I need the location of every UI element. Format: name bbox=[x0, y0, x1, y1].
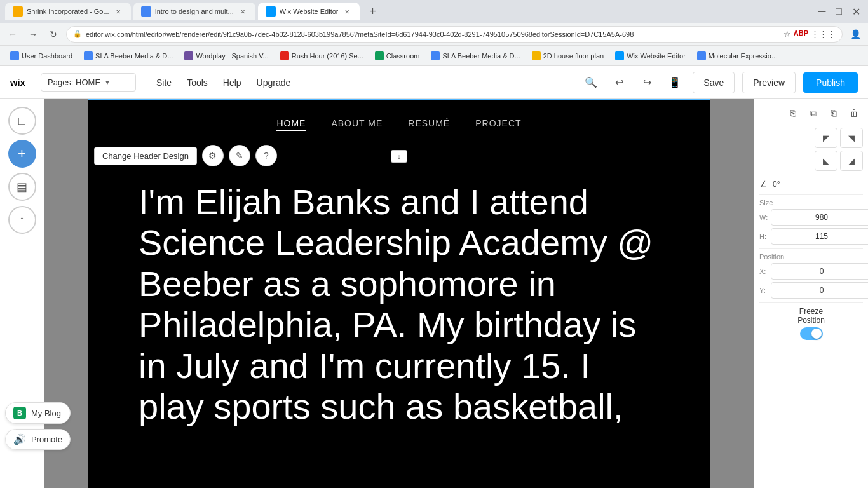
site-nav-menu: HOME ABOUT ME Resumé PROJECT bbox=[88, 99, 710, 144]
y-row: Y: bbox=[759, 282, 863, 299]
bookmark-2d-house[interactable]: 2D house floor plan bbox=[527, 48, 609, 64]
hero-text[interactable]: I'm Elijah Banks and I attend Science Le… bbox=[88, 144, 710, 452]
panel-align-bl[interactable]: ◣ bbox=[815, 151, 837, 171]
forward-button[interactable]: → bbox=[25, 27, 41, 42]
media-button[interactable]: ▤ bbox=[8, 173, 36, 201]
change-header-design-button[interactable]: Change Header Design bbox=[94, 147, 197, 165]
panel-duplicate-button[interactable]: ⧉ bbox=[804, 104, 822, 122]
nav-resume[interactable]: Resumé bbox=[408, 118, 450, 131]
x-input[interactable] bbox=[771, 263, 868, 280]
publish-button[interactable]: Publish bbox=[803, 72, 858, 93]
toggle-knob bbox=[811, 329, 822, 339]
bookmark-classroom[interactable]: Classroom bbox=[370, 48, 425, 64]
profile-icon[interactable]: 👤 bbox=[848, 27, 863, 42]
bookmark-label: Molecular Expressio... bbox=[709, 52, 777, 60]
promote-button[interactable]: 🔊 Promote bbox=[5, 429, 71, 450]
nav-project[interactable]: PROJECT bbox=[475, 118, 521, 131]
nav-about[interactable]: ABOUT ME bbox=[331, 118, 383, 131]
bookmark-favicon bbox=[431, 51, 440, 60]
wix-toolbar: wix Pages: HOME ▼ Site Tools Help Upgrad… bbox=[0, 66, 868, 99]
bookmark-label: Classroom bbox=[386, 52, 420, 60]
panel-align-tr[interactable]: ◥ bbox=[840, 128, 863, 148]
height-input[interactable] bbox=[771, 228, 868, 245]
angle-icon: ∠ bbox=[759, 179, 768, 189]
save-button[interactable]: Save bbox=[693, 72, 735, 93]
my-blog-icon: B bbox=[13, 407, 26, 419]
minimize-button[interactable]: ─ bbox=[816, 6, 828, 17]
bookmark-favicon bbox=[375, 51, 384, 60]
panel-row-2: ◣ ◢ bbox=[759, 151, 863, 171]
url-bar-icons: ☆ ABP ⋮⋮⋮ bbox=[783, 29, 836, 39]
freeze-toggle[interactable] bbox=[800, 327, 823, 340]
bookmark-user-dashboard[interactable]: User Dashboard bbox=[5, 48, 78, 64]
tab-close-wix[interactable]: ✕ bbox=[342, 6, 352, 17]
close-button[interactable]: ✕ bbox=[850, 6, 863, 18]
header-settings-button[interactable]: ⚙ bbox=[202, 145, 224, 166]
header-help-button[interactable]: ? bbox=[255, 145, 277, 166]
bookmark-wordplay[interactable]: Wordplay - Spanish V... bbox=[179, 48, 273, 64]
header-edit-button[interactable]: ✎ bbox=[229, 145, 250, 166]
wix-logo: wix bbox=[10, 76, 36, 89]
panel-align-br[interactable]: ◢ bbox=[840, 151, 863, 171]
y-field: Y: bbox=[759, 282, 868, 299]
help-icon: ? bbox=[264, 151, 269, 161]
square-tool-button[interactable]: □ bbox=[8, 107, 36, 135]
add-element-button[interactable]: + bbox=[8, 140, 36, 168]
resize-handle[interactable]: ↓ bbox=[391, 150, 407, 163]
refresh-button[interactable]: ↻ bbox=[46, 27, 61, 42]
extensions-icon[interactable]: ⋮⋮⋮ bbox=[811, 29, 836, 39]
my-blog-label: My Blog bbox=[31, 409, 61, 418]
nav-upgrade[interactable]: Upgrade bbox=[257, 78, 291, 88]
bookmark-sla-2[interactable]: SLA Beeber Media & D... bbox=[426, 48, 525, 64]
window-controls: ─ □ ✕ bbox=[816, 6, 863, 18]
tab-wix[interactable]: Wix Website Editor ✕ bbox=[258, 3, 360, 20]
freeze-label-2: Position bbox=[759, 316, 863, 325]
bookmark-favicon bbox=[697, 51, 706, 60]
tab-shrink[interactable]: Shrink Incorporated - Go... ✕ bbox=[5, 3, 131, 20]
url-bar[interactable]: 🔒 editor.wix.com/html/editor/web/rendere… bbox=[66, 26, 843, 43]
bookmark-molecular[interactable]: Molecular Expressio... bbox=[692, 48, 782, 64]
tab-close-intro[interactable]: ✕ bbox=[238, 6, 248, 17]
change-header-bar: Change Header Design ⚙ ✎ ? bbox=[94, 145, 277, 166]
panel-copy2-button[interactable]: ⎗ bbox=[825, 104, 843, 122]
promote-icon: 🔊 bbox=[13, 433, 26, 445]
bookmark-rush-hour[interactable]: Rush Hour (2016) Se... bbox=[275, 48, 369, 64]
star-icon[interactable]: ☆ bbox=[783, 29, 791, 39]
mobile-preview-button[interactable]: 📱 bbox=[665, 72, 685, 93]
panel-delete-button[interactable]: 🗑 bbox=[845, 104, 863, 122]
tab-title-shrink: Shrink Incorporated - Go... bbox=[27, 8, 109, 15]
settings-icon: ⚙ bbox=[208, 151, 217, 161]
bookmark-label: SLA Beeber Media & D... bbox=[442, 52, 520, 60]
my-blog-button[interactable]: B My Blog bbox=[5, 402, 71, 424]
maximize-button[interactable]: □ bbox=[833, 6, 844, 17]
nav-tools[interactable]: Tools bbox=[187, 78, 208, 88]
tab-intro[interactable]: Intro to design and mult... ✕ bbox=[133, 3, 255, 20]
new-tab-button[interactable]: + bbox=[362, 3, 383, 20]
angle-row: ∠ 0° bbox=[759, 179, 863, 189]
preview-button[interactable]: Preview bbox=[742, 72, 796, 93]
pages-dropdown[interactable]: Pages: HOME ▼ bbox=[41, 73, 136, 92]
y-input[interactable] bbox=[771, 282, 868, 299]
x-row: X: bbox=[759, 263, 863, 280]
plus-icon: + bbox=[18, 146, 26, 162]
width-input[interactable] bbox=[771, 209, 868, 226]
panel-copy-button[interactable]: ⎘ bbox=[784, 104, 802, 122]
promote-label: Promote bbox=[31, 435, 62, 444]
panel-align-tl[interactable]: ◤ bbox=[815, 128, 837, 148]
adblock-icon[interactable]: ABP bbox=[794, 29, 808, 39]
tab-favicon-shrink bbox=[13, 6, 23, 17]
bookmark-wix[interactable]: Wix Website Editor bbox=[610, 48, 691, 64]
undo-button[interactable]: ↩ bbox=[609, 72, 629, 93]
search-button[interactable]: 🔍 bbox=[581, 72, 601, 93]
nav-home[interactable]: HOME bbox=[276, 118, 306, 131]
bookmark-sla-1[interactable]: SLA Beeber Media & D... bbox=[79, 48, 178, 64]
bookmark-label: Wordplay - Spanish V... bbox=[196, 52, 268, 60]
tab-close-shrink[interactable]: ✕ bbox=[113, 6, 123, 17]
freeze-label: Freeze bbox=[759, 307, 863, 316]
redo-button[interactable]: ↪ bbox=[637, 72, 657, 93]
nav-help[interactable]: Help bbox=[223, 78, 241, 88]
nav-site[interactable]: Site bbox=[156, 78, 172, 88]
bookmark-label: SLA Beeber Media & D... bbox=[95, 52, 173, 60]
back-button[interactable]: ← bbox=[5, 27, 20, 42]
upload-button[interactable]: ↑ bbox=[8, 206, 36, 234]
